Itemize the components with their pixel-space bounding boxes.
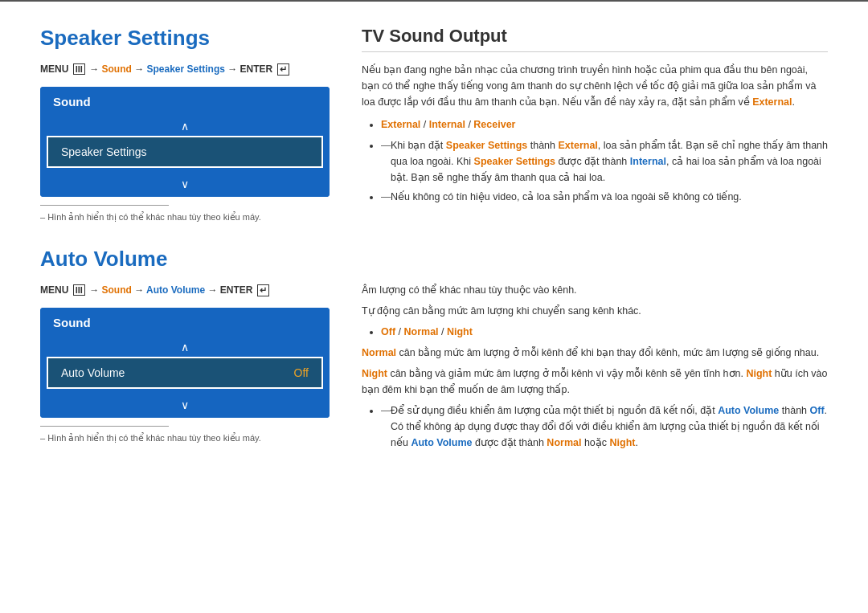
- auto-volume-panel-arrow-down[interactable]: ∨: [40, 395, 330, 418]
- night-label2: Night: [746, 368, 772, 379]
- speaker-settings-footnote: – Hình ảnh hiển thị có thể khác nhau tùy…: [40, 212, 330, 223]
- normal-text: Normal: [403, 326, 438, 337]
- speaker-settings-ref2: Speaker Settings: [474, 156, 555, 167]
- auto-volume-para2: Tự động cân bằng mức âm lượng khi chuyển…: [362, 303, 828, 319]
- panel-arrow-down[interactable]: ∨: [40, 174, 330, 197]
- auto-volume-panel-header-label: Sound: [53, 316, 91, 329]
- auto-volume-para1: Âm lượng có thể khác nhau tùy thuộc vào …: [362, 282, 828, 298]
- panel-header-label: Sound: [53, 95, 91, 108]
- auto-volume-title: Auto Volume: [40, 247, 330, 272]
- tv-sound-output-para1: Nếu bạn đang nghe bản nhạc của chương tr…: [362, 62, 828, 110]
- tv-sound-bullet-list: External / Internal / Receiver: [362, 116, 828, 133]
- night-desc: Night cân bằng và giảm mức âm lượng ở mỗ…: [362, 366, 828, 398]
- external-highlight: External: [752, 96, 792, 108]
- auto-volume-footnote-divider: [40, 426, 169, 427]
- auto-volume-footnote: – Hình ảnh hiển thị có thể khác nhau tùy…: [40, 433, 330, 443]
- speaker-settings-item[interactable]: Speaker Settings: [47, 136, 323, 168]
- speaker-settings-title: Speaker Settings: [40, 26, 330, 51]
- auto-volume-ref1: Auto Volume: [718, 405, 779, 416]
- menu-icon: III: [73, 63, 85, 75]
- speaker-settings-menu-path: MENU III → Sound → Speaker Settings → EN…: [40, 63, 330, 76]
- enter-icon: ↵: [277, 63, 289, 76]
- speaker-settings-section: Speaker Settings MENU III → Sound → Spea…: [40, 26, 330, 223]
- sound-link2: Sound: [102, 284, 132, 296]
- menu-label2: MENU III →: [40, 284, 102, 296]
- night-text: Night: [447, 326, 473, 337]
- auto-volume-panel-header: Sound: [40, 308, 330, 337]
- auto-volume-section-left: Auto Volume MENU III → Sound → Auto Volu…: [40, 247, 330, 443]
- auto-volume-dash-item: Để sử dụng điều khiển âm lượng của một t…: [381, 403, 828, 451]
- internal-ref1: Internal: [630, 156, 666, 167]
- right-column: TV Sound Output Nếu bạn đang nghe bản nh…: [362, 26, 828, 468]
- auto-volume-ref2: Auto Volume: [411, 437, 472, 448]
- auto-volume-item-label: Auto Volume: [61, 366, 125, 379]
- menu-label: MENU III →: [40, 63, 102, 75]
- auto-volume-right-section: Âm lượng có thể khác nhau tùy thuộc vào …: [362, 282, 828, 451]
- off-normal-night-item: Off / Normal / Night: [381, 324, 828, 340]
- dash-item-1: Khi bạn đặt Speaker Settings thành Exter…: [381, 137, 828, 186]
- dash-item-2: Nếu không có tín hiệu video, cả loa sản …: [381, 189, 828, 205]
- off-text: Off: [381, 326, 395, 337]
- panel-header: Sound: [40, 87, 330, 116]
- left-column: Speaker Settings MENU III → Sound → Spea…: [40, 26, 330, 468]
- auto-volume-item-value: Off: [294, 366, 309, 379]
- external-text: External: [381, 119, 420, 130]
- right-spacer: [362, 210, 828, 274]
- speaker-settings-item-label: Speaker Settings: [61, 145, 147, 158]
- auto-volume-menu-path: MENU III → Sound → Auto Volume → ENTER ↵: [40, 284, 330, 296]
- normal-ref1: Normal: [547, 437, 581, 448]
- external-ref1: External: [559, 140, 598, 151]
- auto-volume-bullet-list: Off / Normal / Night: [362, 324, 828, 340]
- receiver-text: Receiver: [473, 119, 515, 130]
- panel-arrow-up[interactable]: ∧: [40, 116, 330, 136]
- speaker-settings-link: Speaker Settings: [147, 63, 225, 75]
- sound-link: Sound: [102, 63, 132, 75]
- auto-volume-dash-list: Để sử dụng điều khiển âm lượng của một t…: [362, 403, 828, 451]
- normal-label: Normal: [362, 347, 396, 358]
- auto-volume-panel: Sound ∧ Auto Volume Off ∨: [40, 308, 330, 418]
- normal-desc: Normal cân bằng mức âm lượng ở mỗi kênh …: [362, 345, 828, 361]
- auto-volume-link: Auto Volume: [146, 284, 205, 296]
- night-ref1: Night: [610, 437, 636, 448]
- internal-text: Internal: [429, 119, 465, 130]
- menu-icon2: III: [73, 284, 85, 296]
- tv-sound-dash-list: Khi bạn đặt Speaker Settings thành Exter…: [362, 137, 828, 205]
- auto-volume-panel-arrow-up[interactable]: ∧: [40, 337, 330, 357]
- off-ref1: Off: [810, 405, 825, 416]
- enter-icon2: ↵: [257, 284, 269, 296]
- footnote-divider: [40, 205, 169, 206]
- external-internal-receiver-item: External / Internal / Receiver: [381, 116, 828, 133]
- speaker-settings-panel: Sound ∧ Speaker Settings ∨: [40, 87, 330, 197]
- tv-sound-output-title: TV Sound Output: [362, 26, 828, 52]
- speaker-settings-ref1: Speaker Settings: [446, 140, 527, 151]
- auto-volume-item[interactable]: Auto Volume Off: [47, 357, 323, 389]
- tv-sound-output-section: TV Sound Output Nếu bạn đang nghe bản nh…: [362, 26, 828, 205]
- night-label: Night: [362, 368, 387, 379]
